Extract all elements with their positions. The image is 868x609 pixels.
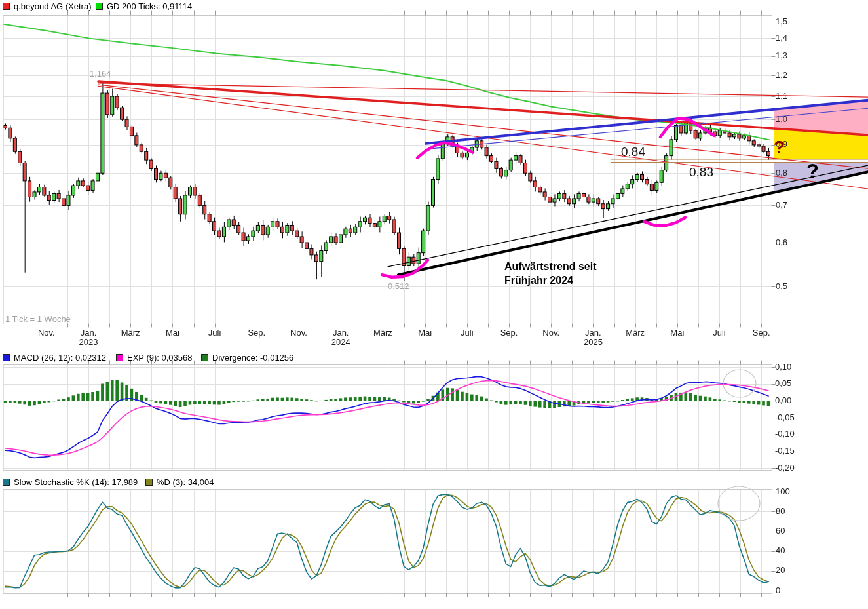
gd200-label: GD 200 Ticks: 0,91114 <box>107 1 192 11</box>
macd-signal-swatch <box>116 354 123 361</box>
main-chart-legend: q.beyond AG (Xetra) GD 200 Ticks: 0,9111… <box>0 1 868 11</box>
price-series-label: q.beyond AG (Xetra) <box>14 1 92 11</box>
chart-canvas <box>0 0 868 609</box>
stoch-d-legend-item: %D (3): 34,004 <box>145 477 214 487</box>
price-series-legend-item: q.beyond AG (Xetra) <box>3 1 92 11</box>
macd-divergence-legend-item: Divergence: -0,01256 <box>201 353 293 363</box>
macd-line-swatch <box>3 354 10 361</box>
stoch-k-label: Slow Stochastic %K (14): 17,989 <box>14 477 138 487</box>
macd-divergence-swatch <box>201 354 208 361</box>
macd-divergence-label: Divergence: -0,01256 <box>212 353 293 363</box>
stoch-k-legend-item: Slow Stochastic %K (14): 17,989 <box>3 477 138 487</box>
macd-signal-legend-item: EXP (9): 0,03568 <box>116 353 193 363</box>
macd-line-label: MACD (26, 12): 0,02312 <box>14 353 106 363</box>
stoch-d-label: %D (3): 34,004 <box>157 477 214 487</box>
macd-signal-label: EXP (9): 0,03568 <box>127 353 193 363</box>
price-series-swatch <box>3 3 10 10</box>
stochastic-legend: Slow Stochastic %K (14): 17,989 %D (3): … <box>0 477 868 487</box>
gd200-legend-item: GD 200 Ticks: 0,91114 <box>96 1 192 11</box>
stoch-k-swatch <box>3 479 10 486</box>
macd-legend: MACD (26, 12): 0,02312 EXP (9): 0,03568 … <box>0 353 868 363</box>
stoch-d-swatch <box>145 479 153 486</box>
macd-line-legend-item: MACD (26, 12): 0,02312 <box>3 353 106 363</box>
stock-chart-application: q.beyond AG (Xetra) GD 200 Ticks: 0,9111… <box>0 0 868 609</box>
gd200-swatch <box>96 3 103 10</box>
